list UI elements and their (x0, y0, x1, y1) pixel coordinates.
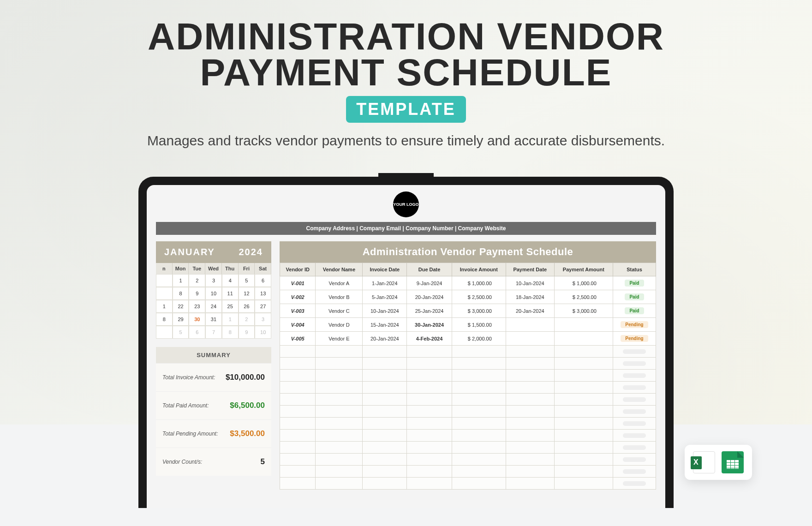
status-placeholder (623, 361, 646, 366)
empty-cell (280, 358, 316, 370)
calendar-cell: 11 (222, 287, 239, 300)
calendar-cell: 3 (255, 313, 271, 326)
table-title: Administration Vendor Payment Schedule (280, 241, 656, 263)
empty-cell (280, 346, 316, 358)
calendar-cell: 29 (173, 313, 189, 326)
vendor-name: Vendor C (316, 304, 363, 318)
calendar-cell: 7 (205, 326, 222, 339)
table-header-row: Vendor IDVendor NameInvoice DateDue Date… (280, 263, 656, 276)
empty-status-cell (613, 466, 656, 478)
empty-cell (316, 346, 363, 358)
empty-cell (363, 406, 407, 418)
empty-cell (452, 346, 506, 358)
vendor-name: Vendor B (316, 290, 363, 304)
status-placeholder (623, 421, 646, 426)
table-row: V-002Vendor B5-Jan-202420-Jan-2024$ 2,50… (280, 290, 656, 304)
empty-cell (554, 442, 613, 454)
calendar-day-label: Mon (173, 263, 189, 274)
invoice-date: 20-Jan-2024 (363, 332, 407, 346)
empty-cell (452, 370, 506, 382)
table-row-empty (280, 394, 656, 406)
summary-label: Total Paid Amount: (162, 402, 209, 409)
calendar-cell: 8 (222, 326, 239, 339)
summary-row: Total Pending Amount:$3,500.00 (156, 419, 271, 448)
status-cell: Pending (613, 318, 656, 332)
status-placeholder (623, 457, 646, 462)
summary-row: Vendor Count/s:5 (156, 448, 271, 476)
empty-cell (452, 466, 506, 478)
subtitle: Manages and tracks vendor payments to en… (0, 133, 812, 149)
invoice-amount: $ 1,000.00 (452, 276, 506, 290)
empty-cell (316, 478, 363, 490)
summary-row: Total Paid Amount:$6,500.00 (156, 391, 271, 419)
empty-cell (363, 358, 407, 370)
spreadsheet: YOUR LOGO Company Address | Company Emai… (147, 185, 665, 490)
logo-text: YOUR LOGO (393, 203, 418, 207)
empty-cell (506, 346, 554, 358)
calendar-day-headers: nMonTueWedThuFriSat (156, 263, 271, 274)
status-badge: Pending (621, 335, 648, 342)
empty-cell (452, 406, 506, 418)
empty-status-cell (613, 346, 656, 358)
empty-cell (363, 418, 407, 430)
empty-cell (554, 382, 613, 394)
laptop-frame: YOUR LOGO Company Address | Company Emai… (138, 177, 674, 508)
empty-cell (280, 454, 316, 466)
payment-table: Vendor IDVendor NameInvoice DateDue Date… (280, 263, 656, 490)
empty-cell (407, 358, 452, 370)
main-layout: JANUARY 2024 nMonTueWedThuFriSat 1234568… (156, 241, 656, 490)
empty-cell (407, 370, 452, 382)
right-column: Administration Vendor Payment Schedule V… (280, 241, 656, 490)
empty-cell (452, 418, 506, 430)
excel-icon (693, 451, 715, 473)
empty-cell (452, 430, 506, 442)
invoice-amount: $ 2,000.00 (452, 332, 506, 346)
table-row-empty (280, 466, 656, 478)
empty-cell (363, 442, 407, 454)
calendar-body: 1234568910111213122232425262782930311235… (156, 274, 271, 339)
calendar-cell: 25 (222, 300, 239, 313)
hero-section: ADMINISTRATION VENDOR PAYMENT SCHEDULE T… (0, 0, 812, 149)
calendar-cell: 6 (189, 326, 205, 339)
table-row-empty (280, 382, 656, 394)
payment-amount (554, 318, 613, 332)
empty-cell (280, 406, 316, 418)
summary-value: $10,000.00 (226, 373, 265, 382)
calendar-cell: 5 (173, 326, 189, 339)
empty-status-cell (613, 454, 656, 466)
google-sheets-icon (722, 451, 744, 473)
empty-cell (506, 418, 554, 430)
empty-cell (554, 406, 613, 418)
empty-cell (452, 478, 506, 490)
empty-cell (506, 430, 554, 442)
page-title: ADMINISTRATION VENDOR PAYMENT SCHEDULE (0, 18, 812, 90)
laptop-notch (378, 173, 434, 185)
invoice-date: 1-Jan-2024 (363, 276, 407, 290)
empty-cell (363, 382, 407, 394)
summary-value: 5 (261, 457, 265, 466)
calendar-day-label: Thu (222, 263, 239, 274)
calendar-cell: 6 (255, 274, 271, 287)
empty-cell (506, 454, 554, 466)
table-row: V-001Vendor A1-Jan-20249-Jan-2024$ 1,000… (280, 276, 656, 290)
title-line-1: ADMINISTRATION VENDOR (0, 18, 812, 54)
invoice-date: 15-Jan-2024 (363, 318, 407, 332)
file-format-icons (685, 445, 752, 480)
payment-date: 18-Jan-2024 (506, 290, 554, 304)
payment-amount: $ 3,000.00 (554, 304, 613, 318)
due-date: 25-Jan-2024 (407, 304, 452, 318)
vendor-id: V-002 (280, 290, 316, 304)
empty-cell (316, 382, 363, 394)
payment-amount: $ 2,500.00 (554, 290, 613, 304)
title-line-2: PAYMENT SCHEDULE (0, 54, 812, 90)
empty-cell (452, 358, 506, 370)
empty-cell (316, 454, 363, 466)
empty-cell (452, 454, 506, 466)
table-header: Payment Date (506, 263, 554, 276)
calendar-cell: 10 (205, 287, 222, 300)
empty-cell (554, 358, 613, 370)
calendar-cell: 8 (173, 287, 189, 300)
empty-cell (407, 478, 452, 490)
empty-cell (363, 454, 407, 466)
payment-amount (554, 332, 613, 346)
